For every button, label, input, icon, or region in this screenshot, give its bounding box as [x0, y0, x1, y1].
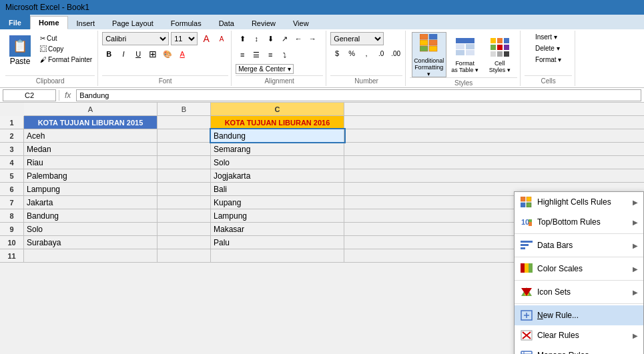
cell-A10[interactable]: Surabaya [24, 236, 157, 249]
cell-A2[interactable]: Aceh [24, 129, 157, 142]
row-header-8: 8 [0, 209, 24, 222]
align-center-button[interactable]: ☰ [250, 48, 263, 61]
cell-styles-button[interactable]: CellStyles ▾ [484, 32, 516, 77]
cell-B7[interactable] [157, 196, 211, 209]
tab-insert[interactable]: Insert [68, 16, 104, 29]
decrease-decimal-button[interactable]: .00 [389, 47, 402, 60]
color-scales-label: Color Scales [537, 264, 629, 273]
indent-increase-button[interactable]: → [306, 32, 319, 45]
tab-view[interactable]: View [284, 16, 318, 29]
cell-A6[interactable]: Lampung [24, 183, 157, 195]
table-row: 2 Aceh Bandung [0, 129, 644, 143]
align-middle-button[interactable]: ↕ [250, 32, 263, 45]
increase-decimal-button[interactable]: .0 [374, 47, 388, 60]
cell-C9[interactable]: Makasar [211, 223, 344, 235]
cell-A3[interactable]: Medan [24, 143, 157, 155]
cell-A11[interactable] [24, 249, 157, 262]
cell-B1[interactable] [157, 116, 211, 129]
cell-B8[interactable] [157, 209, 211, 222]
increase-font-button[interactable]: A [200, 32, 213, 45]
data-bars-item[interactable]: Data Bars ▶ [515, 235, 643, 255]
cell-B10[interactable] [157, 236, 211, 249]
align-bottom-button[interactable]: ⬇ [264, 32, 277, 45]
tab-review[interactable]: Review [243, 16, 284, 29]
font-size-select[interactable]: 11 [171, 32, 198, 45]
cell-A7[interactable]: Jakarta [24, 196, 157, 209]
tab-page-layout[interactable]: Page Layout [103, 16, 162, 29]
col-header-B[interactable]: B [157, 103, 211, 115]
cell-C3[interactable]: Semarang [211, 143, 344, 155]
tab-file[interactable]: File [0, 15, 30, 29]
wrap-text-button[interactable]: ⤵ [278, 48, 291, 61]
comma-button[interactable]: , [360, 47, 373, 60]
bold-button[interactable]: B [102, 47, 115, 61]
fill-color-button[interactable]: 🎨 [161, 47, 174, 61]
cell-C5[interactable]: Jogjakarta [211, 169, 344, 182]
cell-C6[interactable]: Bali [211, 183, 344, 195]
cell-A5[interactable]: Palembang [24, 169, 157, 182]
number-group-label: Number [330, 75, 402, 85]
cell-A4[interactable]: Riau [24, 156, 157, 169]
new-rule-item[interactable]: New Rule... [515, 305, 643, 325]
copy-button[interactable]: ⿴ Copy [37, 44, 95, 54]
formula-input[interactable]: Bandung [76, 89, 641, 101]
underline-button[interactable]: U [131, 47, 145, 61]
cell-C11[interactable] [211, 249, 344, 262]
cell-C8[interactable]: Lampung [211, 209, 344, 222]
borders-button[interactable]: ⊞ [146, 47, 159, 61]
cell-C2[interactable]: Bandung [211, 129, 344, 142]
cell-B6[interactable] [157, 183, 211, 195]
format-as-table-button[interactable]: Formatas Table ▾ [449, 32, 481, 77]
name-box[interactable]: C2 [3, 89, 56, 101]
paste-button[interactable]: 📋 Paste [5, 33, 35, 71]
manage-rules-item[interactable]: Manage Rules... [515, 345, 643, 354]
align-left-button[interactable]: ≡ [236, 48, 249, 61]
align-top-button[interactable]: ⬆ [236, 32, 249, 45]
indent-decrease-button[interactable]: ← [292, 32, 305, 45]
col-header-A[interactable]: A [24, 103, 157, 115]
cell-C4[interactable]: Solo [211, 156, 344, 169]
clear-rules-item[interactable]: Clear Rules ▶ [515, 325, 643, 345]
conditional-formatting-button[interactable]: ConditionalFormatting ▾ [412, 32, 446, 77]
svg-rect-8 [466, 44, 474, 49]
italic-button[interactable]: I [117, 47, 130, 61]
cell-A8[interactable]: Bandung [24, 209, 157, 222]
cell-B9[interactable] [157, 223, 211, 235]
font-name-select[interactable]: Calibri [102, 32, 169, 45]
svg-rect-13 [504, 38, 509, 43]
styles-group: ConditionalFormatting ▾ Formatas Table ▾ [407, 31, 521, 86]
font-group-label: Font [102, 75, 228, 85]
cell-B2[interactable] [157, 129, 211, 142]
delete-button[interactable]: Delete ▾ [533, 43, 563, 53]
cell-A1[interactable]: KOTA TUJUAN LIBURAN 2015 [24, 116, 157, 129]
tab-formulas[interactable]: Formulas [162, 16, 210, 29]
cell-B4[interactable] [157, 156, 211, 169]
col-header-C[interactable]: C [211, 103, 344, 115]
color-scales-item[interactable]: Color Scales ▶ [515, 259, 643, 279]
cell-C7[interactable]: Kupang [211, 196, 344, 209]
highlight-cells-rules-item[interactable]: Highlight Cells Rules ▶ [515, 192, 643, 212]
tab-data[interactable]: Data [210, 16, 243, 29]
insert-button[interactable]: Insert ▾ [533, 32, 560, 42]
tab-home[interactable]: Home [30, 16, 68, 29]
format-painter-button[interactable]: 🖌 Format Painter [37, 55, 95, 65]
number-format-select[interactable]: General [330, 32, 384, 45]
merge-center-button[interactable]: Merge & Center ▾ [236, 64, 293, 74]
cell-C10[interactable]: Palu [211, 236, 344, 249]
number-group: General $ % , .0 .00 Number [328, 31, 406, 86]
align-right-button[interactable]: ≡ [264, 48, 277, 61]
percent-button[interactable]: % [345, 47, 358, 60]
top-bottom-rules-item[interactable]: 10 Top/Bottom Rules ▶ [515, 212, 643, 232]
cell-B5[interactable] [157, 169, 211, 182]
text-direction-button[interactable]: ↗ [278, 32, 291, 45]
cell-C1[interactable]: KOTA TUJUAN LIBURAN 2016 [211, 116, 344, 129]
font-color-button[interactable]: A [176, 47, 189, 61]
cut-button[interactable]: ✂ Cut [37, 33, 95, 43]
decrease-font-button[interactable]: A [215, 32, 228, 45]
accounting-button[interactable]: $ [330, 47, 344, 60]
cell-B11[interactable] [157, 249, 211, 262]
icon-sets-item[interactable]: Icon Sets ▶ [515, 282, 643, 302]
cell-B3[interactable] [157, 143, 211, 155]
cell-A9[interactable]: Solo [24, 223, 157, 235]
format-button[interactable]: Format ▾ [533, 55, 564, 65]
